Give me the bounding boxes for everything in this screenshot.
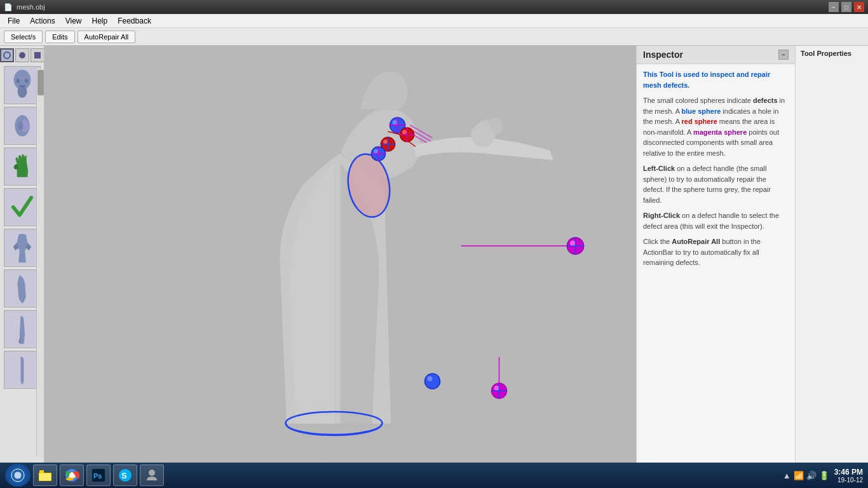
menu-file[interactable]: File: [3, 14, 25, 27]
title-area: 📄 mesh.obj: [4, 3, 45, 11]
main-content: Inspector − This Tool is used to inspect…: [0, 46, 868, 469]
mesh-head-item[interactable]: [4, 66, 41, 104]
taskbar: Ps S ▲ 📶 🔊 🔋 3:46 PM 19-10-12: [0, 463, 868, 488]
inspector-p4: Right-Click on a defect handle to select…: [643, 210, 789, 231]
svg-point-22: [425, 374, 440, 389]
mesh-hand-green-item[interactable]: [4, 147, 41, 186]
circle-outline-icon[interactable]: [0, 48, 14, 62]
mesh-arm-item[interactable]: [4, 269, 41, 308]
tool-properties-panel: Tool Properties: [795, 46, 868, 469]
start-button[interactable]: [5, 464, 31, 487]
battery-icon[interactable]: 🔋: [819, 471, 829, 480]
selects-button[interactable]: Select/s: [4, 30, 43, 43]
svg-point-0: [4, 52, 10, 58]
menu-help[interactable]: Help: [87, 14, 113, 27]
taskbar-photoshop[interactable]: Ps: [86, 464, 111, 486]
inspector-p1-text: This Tool is used to inspect and repair …: [643, 71, 770, 89]
clock-time: 3:46 PM: [834, 468, 863, 477]
window-title: mesh.obj: [17, 3, 45, 11]
taskbar-skype[interactable]: S: [113, 464, 137, 486]
inspector-title: Inspector: [643, 50, 683, 60]
tool-properties-title: Tool Properties: [801, 50, 863, 57]
close-button[interactable]: ✕: [854, 2, 864, 12]
inspector-p2: The small colored spheres indicate defec…: [643, 95, 789, 158]
taskbar-left: Ps S: [5, 464, 164, 487]
system-clock[interactable]: 3:46 PM 19-10-12: [834, 468, 863, 484]
mesh-ear-item[interactable]: [4, 107, 41, 145]
volume-icon[interactable]: 🔊: [806, 471, 817, 480]
svg-text:S: S: [121, 471, 127, 480]
toolbar: Select/s Edits AutoRepair All: [0, 28, 868, 46]
minimize-button[interactable]: −: [829, 2, 839, 12]
svg-point-5: [16, 79, 19, 83]
sidebar-top-icons: [0, 48, 44, 62]
menu-view[interactable]: View: [60, 14, 87, 27]
svg-point-62: [149, 470, 155, 476]
svg-point-39: [374, 149, 378, 154]
svg-point-47: [570, 241, 576, 247]
viewport-svg: [44, 46, 636, 469]
window-controls: − □ ✕: [829, 2, 864, 12]
tray-icons: ▲ 📶 🔊 🔋: [783, 471, 829, 480]
inspector-collapse-button[interactable]: −: [778, 50, 789, 60]
taskbar-chrome[interactable]: [60, 464, 84, 486]
taskbar-file-manager[interactable]: [33, 464, 57, 486]
svg-point-6: [25, 79, 28, 83]
left-sidebar: [0, 46, 44, 469]
viewport[interactable]: [44, 46, 636, 469]
svg-point-57: [69, 473, 74, 478]
mesh-checkmark-green-item[interactable]: [4, 188, 41, 226]
circle-filled-icon[interactable]: [15, 48, 29, 62]
mesh-leg-item[interactable]: [4, 310, 41, 348]
edits-button[interactable]: Edits: [45, 30, 74, 43]
right-panels: Inspector − This Tool is used to inspect…: [636, 46, 868, 469]
title-bar: 📄 mesh.obj − □ ✕: [0, 0, 868, 14]
svg-point-7: [19, 76, 24, 79]
svg-point-27: [393, 120, 398, 125]
inspector-content: This Tool is used to inspect and repair …: [637, 64, 795, 469]
scroll-thumb: [37, 70, 44, 95]
svg-point-43: [494, 386, 499, 391]
mesh-finger-item[interactable]: [4, 351, 41, 389]
network-icon[interactable]: 📶: [794, 471, 804, 480]
inspector-p5: Click the AutoRepair All button in the A…: [643, 236, 789, 268]
svg-rect-54: [39, 473, 51, 480]
menu-bar: File Actions View Help Feedback: [0, 14, 868, 28]
inspector-panel: Inspector − This Tool is used to inspect…: [636, 46, 795, 469]
tray-arrow-icon[interactable]: ▲: [783, 471, 791, 480]
clock-date: 19-10-12: [834, 477, 863, 484]
taskbar-right: ▲ 📶 🔊 🔋 3:46 PM 19-10-12: [783, 468, 863, 484]
svg-point-10: [18, 121, 23, 130]
square-icon[interactable]: [31, 48, 44, 62]
app-icon: 📄: [4, 3, 13, 11]
sidebar-scrollbar[interactable]: [36, 69, 44, 456]
maximize-button[interactable]: □: [841, 2, 851, 12]
svg-point-35: [383, 140, 388, 144]
menu-actions[interactable]: Actions: [25, 14, 60, 27]
autorepair-all-button[interactable]: AutoRepair All: [78, 30, 136, 43]
inspector-p1: This Tool is used to inspect and repair …: [643, 69, 789, 90]
svg-point-23: [428, 376, 433, 381]
mesh-body-item[interactable]: [4, 229, 41, 267]
svg-point-31: [402, 130, 407, 135]
svg-text:Ps: Ps: [93, 472, 102, 480]
menu-feedback[interactable]: Feedback: [112, 14, 156, 27]
taskbar-user-app[interactable]: [140, 464, 164, 486]
svg-point-4: [17, 85, 27, 98]
inspector-header: Inspector −: [637, 46, 795, 64]
inspector-p3: Left-Click on a defect handle (the small…: [643, 163, 789, 205]
svg-point-1: [19, 52, 25, 58]
svg-rect-2: [34, 52, 41, 58]
